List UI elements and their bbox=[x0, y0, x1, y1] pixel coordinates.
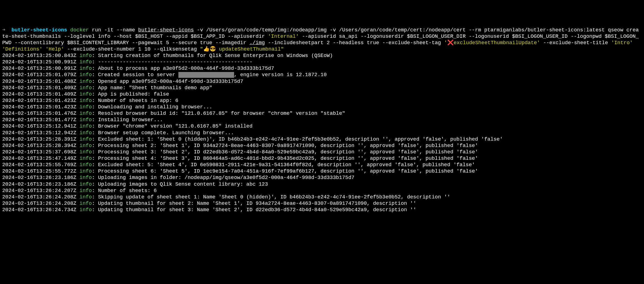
log-timestamp: 2024-02-16T13:26:24.208Z bbox=[2, 201, 76, 206]
log-line: 2024-02-16T13:25:01.409Z info: App is pu… bbox=[2, 91, 642, 98]
log-level: info bbox=[80, 130, 92, 136]
log-timestamp: 2024-02-16T13:25:01.423Z bbox=[2, 104, 76, 110]
log-level: info bbox=[80, 104, 92, 110]
log-timestamp: 2024-02-16T13:26:23.186Z bbox=[2, 175, 76, 181]
log-line: 2024-02-16T13:25:47.149Z info: Processin… bbox=[2, 155, 642, 162]
log-level: info bbox=[80, 91, 92, 97]
log-line: 2024-02-16T13:25:00.991Z info: About to … bbox=[2, 65, 642, 72]
log-level: info bbox=[80, 111, 92, 116]
log-timestamp: 2024-02-16T13:25:01.409Z bbox=[2, 85, 76, 91]
log-timestamp: 2024-02-16T13:25:01.408Z bbox=[2, 79, 76, 84]
log-message: Opened app a3e0f5d2-000a-464f-998d-33d33… bbox=[98, 79, 243, 84]
log-line: 2024-02-16T13:26:23.186Z info: Uploading… bbox=[2, 181, 642, 188]
log-timestamp: 2024-02-16T13:25:01.079Z bbox=[2, 72, 76, 78]
log-level: info bbox=[80, 181, 92, 187]
log-timestamp: 2024-02-16T13:25:01.423Z bbox=[2, 98, 76, 104]
log-line: 2024-02-16T13:25:37.698Z info: Processin… bbox=[2, 149, 642, 155]
log-level: info bbox=[80, 66, 92, 71]
log-line: 2024-02-16T13:25:12.941Z info: Browser "… bbox=[2, 123, 642, 129]
log-level: info bbox=[80, 85, 92, 91]
log-message: Processing sheet 3: 'Sheet 2', ID d22edb… bbox=[98, 149, 478, 155]
log-level: info bbox=[80, 98, 92, 104]
log-output: 2024-02-16T13:25:00.843Z info: Starting … bbox=[2, 53, 642, 213]
log-level: info bbox=[80, 72, 92, 78]
log-message: Created session to server bbox=[98, 72, 178, 78]
log-message: Number of sheets: 6 bbox=[98, 188, 157, 194]
log-message: About to process app a3e0f5d2-000a-464f-… bbox=[98, 66, 274, 71]
command-name: docker bbox=[70, 27, 89, 33]
log-line: 2024-02-16T13:25:12.942Z info: Browser s… bbox=[2, 130, 642, 136]
log-line: 2024-02-16T13:25:01.423Z info: Number of… bbox=[2, 98, 642, 104]
log-line: 2024-02-16T13:25:01.409Z info: App name:… bbox=[2, 85, 642, 91]
log-line: 2024-02-16T13:25:00.843Z info: Starting … bbox=[2, 53, 642, 59]
log-line: 2024-02-16T13:25:55.772Z info: Processin… bbox=[2, 168, 642, 175]
log-level: info bbox=[80, 188, 92, 194]
log-level: info bbox=[80, 123, 92, 129]
log-message: Uploading images to Qlik Sense content l… bbox=[98, 181, 268, 187]
log-message: Starting creation of thumbnails for Qlik… bbox=[98, 53, 333, 59]
log-message: Updating thumbnail for sheet 2: Name 'Sh… bbox=[98, 201, 416, 206]
log-timestamp: 2024-02-16T13:26:24.207Z bbox=[2, 188, 76, 194]
log-line: 2024-02-16T13:25:01.079Z info: Created s… bbox=[2, 72, 642, 78]
log-level: info bbox=[80, 156, 92, 161]
log-message: Updating thumbnail for sheet 3: Name 'Sh… bbox=[98, 207, 416, 213]
prompt-line: ➜ butler-sheet-icons docker run -it --na… bbox=[2, 27, 639, 52]
log-timestamp: 2024-02-16T13:25:28.394Z bbox=[2, 143, 76, 149]
log-message: Browser setup complete. Launching browse… bbox=[98, 130, 234, 136]
log-timestamp: 2024-02-16T13:25:37.698Z bbox=[2, 149, 76, 155]
log-message: , engine version is 12.1872.10 bbox=[234, 72, 327, 78]
log-message: Processing sheet 4: 'Sheet 3', ID 860464… bbox=[98, 156, 478, 161]
log-level: info bbox=[80, 207, 92, 213]
log-message: ----------------------------------------… bbox=[98, 59, 252, 65]
log-message: Skipping update of sheet sheet 1: Name '… bbox=[98, 194, 450, 200]
log-timestamp: 2024-02-16T13:26:23.186Z bbox=[2, 181, 76, 187]
log-level: info bbox=[80, 162, 92, 168]
log-line: 2024-02-16T13:26:24.734Z info: Updating … bbox=[2, 207, 642, 213]
log-line: 2024-02-16T13:25:55.769Z info: Excluded … bbox=[2, 162, 642, 168]
log-message: Downloading and installing browser... bbox=[98, 104, 212, 110]
prompt-directory: butler-sheet-icons bbox=[11, 27, 67, 33]
log-timestamp: 2024-02-16T13:25:00.991Z bbox=[2, 59, 76, 65]
log-line: 2024-02-16T13:25:28.394Z info: Processin… bbox=[2, 143, 642, 149]
log-timestamp: 2024-02-16T13:25:12.941Z bbox=[2, 123, 76, 129]
log-line: 2024-02-16T13:26:24.208Z info: Skipping … bbox=[2, 194, 642, 200]
log-line: 2024-02-16T13:25:01.476Z info: Resolved … bbox=[2, 110, 642, 117]
log-message: Processing sheet 6: 'Sheet 5', ID 1ec9e1… bbox=[98, 168, 478, 174]
log-message: Number of sheets in app: 6 bbox=[98, 98, 178, 104]
log-line: 2024-02-16T13:25:01.423Z info: Downloadi… bbox=[2, 104, 642, 110]
log-timestamp: 2024-02-16T13:25:55.772Z bbox=[2, 168, 76, 174]
log-message: Processing sheet 2: 'Sheet 1', ID 934a27… bbox=[98, 143, 478, 149]
log-timestamp: 2024-02-16T13:25:55.769Z bbox=[2, 162, 76, 168]
log-message: App is published: false bbox=[98, 91, 169, 97]
log-timestamp: 2024-02-16T13:25:01.409Z bbox=[2, 91, 76, 97]
log-line: 2024-02-16T13:25:00.991Z info: ---------… bbox=[2, 59, 642, 65]
log-message: Excluded sheet: 1: 'Sheet 0 (hidden)', I… bbox=[98, 136, 503, 142]
log-level: info bbox=[80, 168, 92, 174]
log-message: Installing browser... bbox=[98, 117, 163, 123]
log-level: info bbox=[80, 79, 92, 84]
log-timestamp: 2024-02-16T13:25:00.991Z bbox=[2, 66, 76, 71]
terminal-output[interactable]: ➜ butler-sheet-icons docker run -it --na… bbox=[2, 27, 642, 213]
log-level: info bbox=[80, 117, 92, 123]
log-level: info bbox=[80, 175, 92, 181]
log-line: 2024-02-16T13:26:24.207Z info: Number of… bbox=[2, 188, 642, 194]
log-line: 2024-02-16T13:25:01.408Z info: Opened ap… bbox=[2, 78, 642, 85]
log-line: 2024-02-16T13:26:24.208Z info: Updating … bbox=[2, 200, 642, 207]
log-level: info bbox=[80, 194, 92, 200]
log-timestamp: 2024-02-16T13:25:01.477Z bbox=[2, 117, 76, 123]
log-timestamp: 2024-02-16T13:26:24.208Z bbox=[2, 194, 76, 200]
log-level: info bbox=[80, 53, 92, 59]
log-timestamp: 2024-02-16T13:26:24.734Z bbox=[2, 207, 76, 213]
command-args: run -it --name butler-sheet-icons -v /Us… bbox=[2, 27, 639, 52]
log-level: info bbox=[80, 143, 92, 149]
log-timestamp: 2024-02-16T13:25:28.391Z bbox=[2, 136, 76, 142]
log-level: info bbox=[80, 136, 92, 142]
log-message: Uploading images in folder: /nodeapp/img… bbox=[98, 175, 354, 181]
log-message: Resolved browser build id: "121.0.6167.8… bbox=[98, 111, 345, 116]
redacted-text: xxxxxxxxxxxxxxxxxx bbox=[178, 72, 234, 78]
log-timestamp: 2024-02-16T13:25:01.476Z bbox=[2, 111, 76, 116]
log-message: App name: "Sheet thumbnails demo app" bbox=[98, 85, 212, 91]
log-timestamp: 2024-02-16T13:25:00.843Z bbox=[2, 53, 76, 59]
log-message: Browser "chrome" version "121.0.6167.85"… bbox=[98, 123, 252, 129]
log-line: 2024-02-16T13:26:23.186Z info: Uploading… bbox=[2, 175, 642, 181]
